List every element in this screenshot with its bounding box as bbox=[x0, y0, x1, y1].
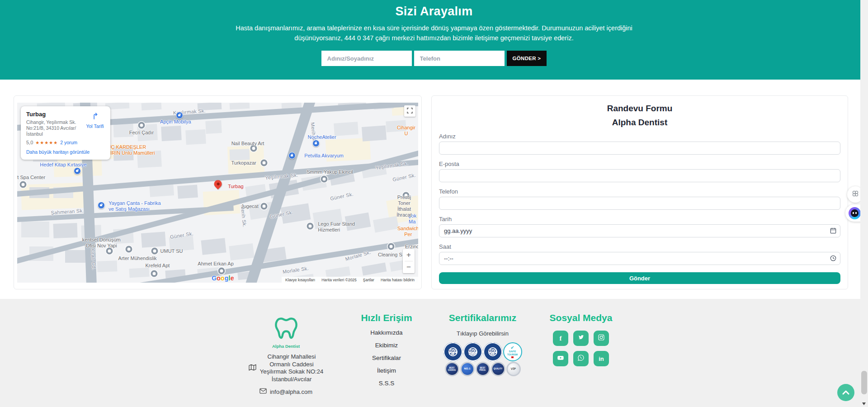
map-canvas[interactable]: Turbag Cihangir, Yeşilırmak Sk. No:21/B,… bbox=[17, 103, 418, 283]
map-poi-marker[interactable] bbox=[74, 167, 81, 175]
iso-badge[interactable]: ISO 9001:2015 bbox=[463, 342, 482, 361]
email-text[interactable]: info@alpha.com bbox=[270, 388, 312, 395]
best-choice-badge[interactable]: BEST CHOICE bbox=[445, 362, 459, 376]
map-poi-label[interactable]: Hedef Kitap Kırtasiye bbox=[40, 162, 86, 168]
best-price-badge[interactable]: BEST PRICE bbox=[476, 362, 490, 376]
scrollbar-thumb[interactable] bbox=[861, 371, 867, 394]
map-poi-label[interactable]: Smmm Yakup Ekincil bbox=[307, 169, 353, 175]
map-poi-marker[interactable] bbox=[288, 152, 296, 159]
report-map-error-link[interactable]: Harita hatası bildirin bbox=[381, 278, 415, 282]
map-poi-marker[interactable] bbox=[312, 140, 320, 147]
map-poi-label[interactable]: Apçin Mobilya bbox=[160, 118, 191, 124]
map-poi-label[interactable]: Fecri Çadır bbox=[129, 129, 154, 135]
map-poi-label[interactable]: kentsel Dönüşüm Ofisi Nov Yapi bbox=[82, 237, 121, 249]
map-poi-label[interactable]: NocheAtelier bbox=[308, 134, 336, 140]
terms-link[interactable]: Şartlar bbox=[363, 278, 374, 282]
no1-badge[interactable]: NO.1 bbox=[460, 362, 475, 376]
footer-brand-column: Alpha Dentist Cihangir Mahallesi Ormanlı… bbox=[233, 312, 339, 395]
callback-submit-button[interactable]: GÖNDER > bbox=[507, 51, 547, 66]
linkedin-button[interactable]: in bbox=[594, 351, 609, 366]
map-data-copyright: Harita verileri ©2025 bbox=[321, 278, 357, 282]
map-poi-marker[interactable] bbox=[20, 181, 27, 188]
map-poi-marker[interactable] bbox=[321, 176, 327, 183]
page-scrollbar[interactable] bbox=[860, 0, 868, 407]
tooth-logo-icon bbox=[273, 335, 299, 343]
map-building bbox=[65, 250, 85, 263]
appointment-submit-button[interactable]: Gönder bbox=[439, 272, 840, 284]
map-poi-marker[interactable] bbox=[151, 248, 158, 255]
callback-title: Sizi Arayalım bbox=[0, 5, 868, 19]
footer-link-certificates[interactable]: Sertifikalar bbox=[353, 355, 420, 361]
map-poi-label[interactable]: Nail Beauty Art bbox=[231, 140, 264, 146]
map-poi-label[interactable]: Cleaning S bbox=[378, 252, 402, 258]
instagram-button[interactable] bbox=[594, 331, 609, 346]
quick-links-heading: Hızlı Erişim bbox=[353, 312, 420, 323]
phone-input[interactable] bbox=[439, 197, 840, 210]
whatsapp-button[interactable] bbox=[573, 351, 589, 366]
map-poi-label[interactable]: Lego Fuar Stand Hizmetleri bbox=[318, 221, 355, 233]
google-logo[interactable]: Google bbox=[212, 274, 234, 282]
footer-columns: Alpha Dentist Cihangir Mahallesi Ormanlı… bbox=[0, 312, 850, 395]
directions-button[interactable]: Yol Tarifi bbox=[83, 112, 107, 129]
email-input[interactable] bbox=[439, 169, 840, 182]
map-poi-marker[interactable] bbox=[138, 122, 145, 128]
map-poi-marker[interactable] bbox=[387, 243, 394, 250]
map-poi-label[interactable]: Yaygan Çanta - Fabrika ve Satış Mağazası bbox=[108, 200, 160, 212]
map-poi-label[interactable]: Jugecat bbox=[241, 203, 259, 209]
map-poi-label[interactable]: oft Spa Center bbox=[17, 175, 45, 180]
quality-badge[interactable]: QUALITY bbox=[491, 362, 505, 376]
callback-phone-input[interactable] bbox=[414, 51, 505, 66]
map-poi-marker[interactable] bbox=[260, 203, 267, 209]
youtube-button[interactable] bbox=[553, 351, 568, 366]
map-poi-marker[interactable] bbox=[151, 270, 158, 277]
zoom-in-button[interactable]: + bbox=[403, 249, 415, 261]
map-poi-marker[interactable] bbox=[218, 268, 225, 274]
keyboard-shortcuts-link[interactable]: Klavye kısayolları bbox=[285, 278, 315, 282]
callback-name-input[interactable] bbox=[321, 51, 412, 66]
footer-link-contact[interactable]: İletişim bbox=[353, 367, 420, 374]
map-poi-label[interactable]: Prestij Toner İthalat İhracat bbox=[396, 194, 412, 218]
iso-badge[interactable]: ISO 14001 bbox=[483, 342, 502, 361]
map-poi-label[interactable]: Erzincar bbox=[405, 244, 418, 250]
map-poi-label[interactable]: Ahmet Erkan Ap bbox=[198, 261, 234, 267]
clock-icon[interactable] bbox=[830, 255, 836, 263]
calendar-icon[interactable] bbox=[830, 227, 836, 236]
map-poi-label[interactable]: Cihangir U bbox=[397, 125, 415, 137]
map-poi-marker[interactable] bbox=[176, 112, 183, 119]
map-poi-label[interactable]: Turbag bbox=[228, 184, 243, 189]
zoom-out-button[interactable]: − bbox=[403, 261, 415, 273]
map-building bbox=[97, 260, 118, 272]
map-poi-label[interactable]: Petvilla Akvaryum bbox=[304, 153, 344, 159]
iso-badge[interactable]: ISO 9001 bbox=[443, 342, 462, 361]
footer-link-faq[interactable]: S.S.S bbox=[353, 380, 420, 387]
view-larger-map-link[interactable]: Daha büyük haritayı görüntüle bbox=[26, 149, 105, 155]
safe-tourism-badge[interactable]: ✔ SAFE TOURISM bbox=[503, 342, 522, 361]
map-poi-marker[interactable] bbox=[98, 202, 105, 209]
map-poi-marker[interactable] bbox=[260, 160, 267, 166]
footer-link-team[interactable]: Ekibimiz bbox=[353, 342, 420, 349]
map-poi-marker[interactable] bbox=[250, 145, 257, 152]
map-poi-label[interactable]: Arter Mühendislik bbox=[118, 256, 157, 261]
map-poi-marker[interactable] bbox=[125, 246, 132, 253]
map-poi-label[interactable]: Krefeld Apt bbox=[146, 263, 170, 269]
envelope-icon bbox=[259, 388, 267, 395]
scroll-to-top-button[interactable] bbox=[837, 384, 854, 401]
map-building bbox=[161, 126, 182, 141]
twitter-icon bbox=[577, 334, 585, 343]
map-poi-label[interactable]: ÜÇ KARDEŞLER FIRIN Unlu Mamülleri bbox=[108, 144, 155, 156]
fullscreen-button[interactable] bbox=[404, 105, 415, 117]
time-input[interactable] bbox=[439, 252, 840, 265]
date-input[interactable] bbox=[439, 224, 840, 237]
map-poi-label[interactable]: Turkopazar bbox=[231, 160, 256, 166]
map-poi-label[interactable]: Sandwich Per bbox=[397, 226, 418, 237]
twitter-button[interactable] bbox=[573, 331, 589, 346]
facebook-button[interactable]: f bbox=[553, 331, 568, 346]
footer-link-about[interactable]: Hakkımızda bbox=[353, 329, 420, 336]
vip-badge[interactable]: VİP bbox=[506, 362, 521, 376]
map-poi-marker[interactable] bbox=[307, 222, 313, 229]
name-input[interactable] bbox=[439, 142, 840, 155]
social-heading: Sosyal Medya bbox=[545, 312, 617, 323]
map-poi-label[interactable]: UMUT SU bbox=[160, 248, 183, 254]
reviews-link[interactable]: 2 yorum bbox=[60, 140, 77, 145]
scrollbar-down-arrow[interactable] bbox=[862, 402, 866, 405]
